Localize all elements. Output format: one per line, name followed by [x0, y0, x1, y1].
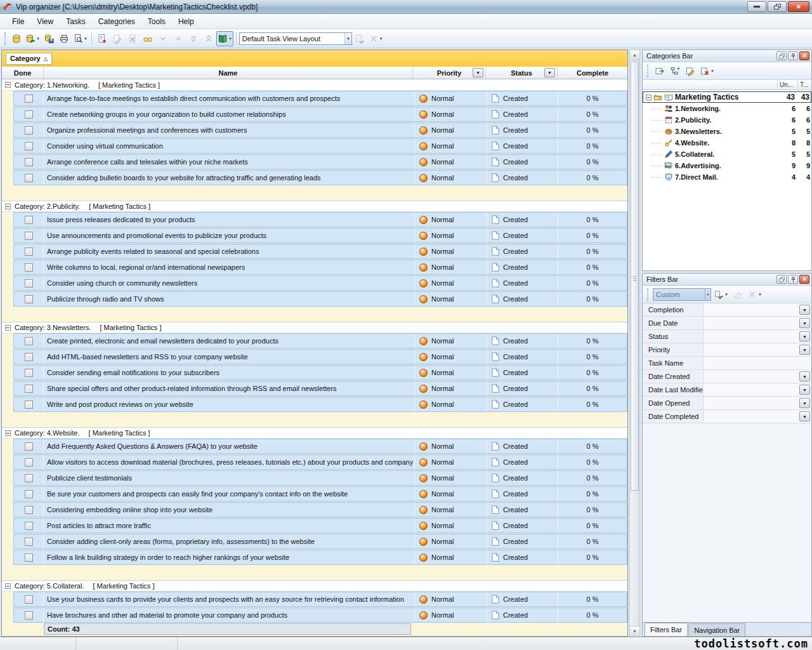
tree-item-newsletters[interactable]: 3.Newsletters.55: [643, 126, 811, 137]
menu-item-categories[interactable]: Categories: [93, 15, 141, 28]
collapse-group-icon[interactable]: [5, 325, 11, 331]
edit-task-button[interactable]: [110, 31, 125, 46]
menu-item-file[interactable]: File: [6, 15, 30, 28]
dropdown-arrow-icon[interactable]: ▼: [724, 293, 728, 296]
menu-item-help[interactable]: Help: [173, 15, 200, 28]
done-checkbox[interactable]: [25, 506, 33, 514]
task-row[interactable]: Be sure your customers and prospects can…: [13, 486, 627, 501]
task-row[interactable]: Allow visitors to access download materi…: [13, 454, 627, 470]
task-row[interactable]: Consider adding client-only areas (forms…: [13, 534, 627, 549]
done-checkbox[interactable]: [25, 279, 33, 288]
task-row[interactable]: Have brochures and other ad material to …: [13, 607, 627, 623]
task-row[interactable]: Use announcements and promotional events…: [13, 228, 627, 243]
done-checkbox[interactable]: [25, 95, 33, 103]
collapse-tree-icon[interactable]: [646, 95, 652, 100]
move-down-button[interactable]: [155, 31, 171, 46]
done-checkbox[interactable]: [25, 126, 33, 135]
column-header-complete[interactable]: Complete: [558, 67, 627, 79]
filters-float-button[interactable]: [776, 275, 787, 284]
filter-value-field[interactable]: [704, 317, 799, 329]
task-row[interactable]: Consider using virtual communicationNorm…: [13, 138, 627, 154]
task-row[interactable]: Write columns to local, regional or/and …: [13, 260, 627, 275]
save-database-button[interactable]: [41, 31, 56, 46]
done-checkbox[interactable]: [25, 522, 33, 530]
tree-item-website[interactable]: 4.Website.88: [643, 137, 811, 149]
done-checkbox[interactable]: [25, 595, 33, 604]
new-task-button[interactable]: [95, 31, 110, 46]
done-checkbox[interactable]: [25, 110, 33, 119]
delete-filter-button[interactable]: ▼: [746, 288, 763, 302]
filter-dropdown-button[interactable]: ▼: [799, 411, 810, 421]
filter-dropdown-button[interactable]: ▼: [799, 331, 810, 342]
done-checkbox[interactable]: [25, 337, 33, 345]
done-checkbox[interactable]: [25, 385, 33, 393]
task-row[interactable]: Share special offers and other product-r…: [13, 381, 627, 396]
done-checkbox[interactable]: [25, 232, 33, 240]
filter-value-field[interactable]: [704, 370, 799, 383]
move-to-bottom-button[interactable]: [186, 31, 201, 46]
done-checkbox[interactable]: [25, 216, 33, 224]
done-checkbox[interactable]: [25, 611, 33, 620]
filter-dropdown-button[interactable]: ▼: [799, 305, 810, 315]
task-row[interactable]: Create networking groups in your organiz…: [13, 107, 627, 122]
tab-navigation-bar[interactable]: Navigation Bar: [688, 623, 745, 636]
task-row[interactable]: Consider adding bulletin boards to your …: [13, 170, 627, 185]
group-header-row[interactable]: Category: 2.Publicity.[ Marketing Tactic…: [2, 201, 627, 212]
filter-value-field[interactable]: [704, 357, 811, 369]
layout-combobox[interactable]: Default Task View Layout ▼: [239, 32, 352, 45]
dropdown-arrow-icon[interactable]: ▼: [228, 37, 232, 41]
combo-arrow-icon[interactable]: ▼: [344, 33, 351, 44]
task-row[interactable]: Consider sending email notifications to …: [13, 365, 627, 380]
filter-dropdown-button[interactable]: ▼: [799, 318, 810, 328]
task-row[interactable]: Consider using church or community newsl…: [13, 275, 627, 291]
dropdown-arrow-icon[interactable]: ▼: [84, 37, 88, 41]
tree-item-publicity[interactable]: 2.Publicity.66: [643, 114, 811, 126]
categories-float-button[interactable]: [776, 51, 787, 60]
task-row[interactable]: Publicize through radio and TV showsNorm…: [13, 291, 627, 307]
filter-dropdown-button[interactable]: ▼: [799, 371, 810, 381]
tree-column-total[interactable]: T...: [797, 80, 811, 90]
task-row[interactable]: Use your business cards to provide your …: [13, 592, 627, 607]
task-row[interactable]: Considering embedding online shop into y…: [13, 502, 627, 517]
filter-value-field[interactable]: [704, 343, 799, 356]
done-checkbox[interactable]: [25, 554, 33, 562]
collapse-group-icon[interactable]: [5, 430, 11, 436]
done-checkbox[interactable]: [25, 458, 33, 467]
edit-category-button[interactable]: [683, 64, 697, 78]
group-header-row[interactable]: Category: 5.Collateral.[ Marketing Tacti…: [2, 580, 627, 592]
menu-item-tasks[interactable]: Tasks: [60, 15, 91, 28]
dropdown-arrow-icon[interactable]: ▼: [36, 37, 40, 41]
close-button[interactable]: ✕: [788, 1, 809, 12]
filters-pin-button[interactable]: [788, 275, 798, 284]
task-row[interactable]: Organize professional meetings and confe…: [13, 123, 627, 138]
new-category-button[interactable]: [653, 64, 667, 78]
task-view-button[interactable]: ▼: [216, 31, 233, 46]
filter-dropdown-button[interactable]: ▼: [799, 345, 810, 355]
filter-dropdown-button[interactable]: ▼: [799, 385, 810, 395]
delete-task-button[interactable]: [125, 31, 140, 46]
move-to-top-button[interactable]: [201, 31, 216, 46]
task-row[interactable]: Post articles to attract more trafficNor…: [13, 518, 627, 533]
done-checkbox[interactable]: [25, 353, 33, 361]
task-row[interactable]: Issue press releases dedicated to your p…: [13, 212, 627, 227]
done-checkbox[interactable]: [25, 295, 33, 303]
menu-item-view[interactable]: View: [31, 15, 59, 28]
filter-preset-combobox[interactable]: Custom ▼: [653, 288, 711, 301]
done-checkbox[interactable]: [25, 142, 33, 150]
new-subcategory-button[interactable]: [668, 64, 682, 78]
filter-value-field[interactable]: [704, 303, 799, 316]
combo-arrow-icon[interactable]: ▼: [705, 289, 710, 300]
dropdown-arrow-icon[interactable]: ▼: [710, 69, 714, 73]
group-header-row[interactable]: Category: 3.Newsletters.[ Marketing Tact…: [2, 322, 627, 333]
tree-item-marketing-tactics[interactable]: Marketing Tactics4343: [643, 91, 811, 103]
priority-filter-dropdown[interactable]: ▼: [473, 68, 483, 77]
move-up-button[interactable]: [171, 31, 186, 46]
find-button[interactable]: [140, 31, 155, 46]
clear-filter-button[interactable]: [731, 288, 745, 302]
tree-item-collateral[interactable]: 5.Collateral.55: [643, 149, 811, 160]
group-header-row[interactable]: Category: 4.Website.[ Marketing Tactics …: [2, 427, 627, 439]
delete-layout-button[interactable]: ▼: [367, 31, 384, 46]
column-header-status[interactable]: Status ▼: [486, 67, 558, 79]
done-checkbox[interactable]: [25, 248, 33, 256]
column-header-done[interactable]: Done: [2, 67, 44, 79]
